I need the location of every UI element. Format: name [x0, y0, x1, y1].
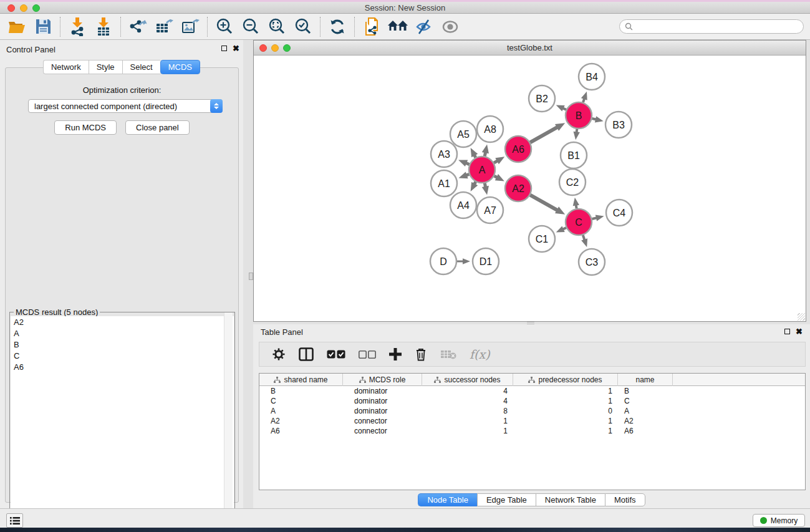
tab-network-table[interactable]: Network Table: [536, 493, 605, 506]
zoom-selected-icon[interactable]: [292, 16, 314, 37]
optimization-criterion-label: Optimization criterion:: [6, 85, 238, 95]
close-table-panel-icon[interactable]: ✖: [796, 328, 803, 335]
result-item[interactable]: A: [11, 327, 234, 339]
table-row[interactable]: A2connector11A2: [259, 416, 805, 426]
column-header[interactable]: name: [618, 374, 673, 386]
function-builder-icon[interactable]: f(x): [470, 347, 490, 361]
float-panel-icon[interactable]: [221, 46, 227, 51]
import-network-icon[interactable]: [67, 16, 88, 37]
refresh-icon[interactable]: [327, 16, 348, 37]
status-bar: Memory: [0, 508, 810, 528]
edge-arrowhead: [458, 160, 468, 167]
minimize-window-icon[interactable]: [20, 4, 27, 12]
result-item[interactable]: C: [11, 350, 234, 361]
window-title: Session: New Session: [0, 3, 810, 12]
save-session-icon[interactable]: [32, 16, 54, 37]
graphics-details-icon[interactable]: [413, 16, 435, 37]
main-toolbar: [0, 14, 810, 40]
column-header[interactable]: successor nodes: [422, 374, 513, 386]
close-panel-icon[interactable]: ✖: [233, 45, 239, 52]
delete-table-icon[interactable]: [440, 349, 456, 359]
column-header[interactable]: shared name: [259, 374, 343, 386]
delete-column-icon[interactable]: [415, 347, 427, 361]
zoom-window-icon[interactable]: [32, 4, 40, 12]
export-table-icon[interactable]: [153, 16, 175, 37]
table-cell: 4: [422, 396, 513, 406]
table-settings-gear-icon[interactable]: [272, 347, 286, 361]
tab-node-table[interactable]: Node Table: [418, 493, 477, 506]
clone-network-icon[interactable]: [361, 16, 382, 37]
network-view-window[interactable]: testGlobe.txt B4B2BB3A5A8A6A3B1AC2A1A2A4…: [253, 40, 806, 322]
node-label: D: [440, 256, 447, 267]
result-scrollbar[interactable]: [224, 312, 233, 522]
task-history-button[interactable]: [6, 513, 23, 528]
network-window-titlebar[interactable]: testGlobe.txt: [254, 41, 806, 56]
mcds-result-list: A2ABCA6: [11, 316, 234, 526]
table-cell: A: [259, 406, 343, 416]
open-session-icon[interactable]: [6, 16, 27, 37]
criterion-value: largest connected component (directed): [29, 102, 210, 111]
birds-eye-icon[interactable]: [440, 16, 461, 37]
graph-edge-A2-C[interactable]: [530, 195, 558, 211]
toolbar-separator: [207, 17, 208, 37]
export-image-icon[interactable]: [180, 16, 201, 37]
table-row[interactable]: Cdominator41C: [259, 396, 805, 406]
network-zoom-icon[interactable]: [283, 44, 291, 52]
traffic-lights: [7, 4, 40, 12]
search-input[interactable]: [636, 22, 792, 31]
table-row[interactable]: A6connector11A6: [259, 426, 805, 436]
tab-edge-table[interactable]: Edge Table: [477, 493, 536, 506]
node-label: B1: [567, 150, 580, 161]
dropdown-stepper-icon[interactable]: [210, 99, 223, 113]
splitter-grip[interactable]: [249, 273, 253, 280]
toolbar-separator: [320, 17, 321, 37]
tab-network[interactable]: Network: [43, 60, 89, 74]
column-namespace-icon: [528, 377, 535, 384]
node-label: A2: [512, 183, 524, 194]
graph-edge-A6-B[interactable]: [530, 127, 558, 142]
tab-motifs[interactable]: Motifs: [605, 493, 645, 506]
table-cell: B: [618, 386, 673, 396]
show-columns-icon[interactable]: [299, 347, 314, 361]
window-resize-grip[interactable]: [798, 313, 805, 321]
network-canvas[interactable]: B4B2BB3A5A8A6A3B1AC2A1A2A4A7C4CC1C3DD1: [254, 56, 806, 321]
run-mcds-button[interactable]: Run MCDS: [54, 120, 117, 135]
column-header[interactable]: predecessor nodes: [513, 374, 618, 386]
deselect-all-icon[interactable]: [359, 351, 376, 359]
edge-arrowhead: [482, 186, 489, 195]
table-panel: Table Panel ✖: [253, 324, 810, 508]
tab-select[interactable]: Select: [122, 60, 160, 74]
zoom-fit-icon[interactable]: [266, 16, 287, 37]
mcds-result-title: MCDS result (5 nodes): [14, 307, 100, 317]
select-all-icon[interactable]: [327, 350, 345, 359]
window-titlebar[interactable]: Session: New Session: [0, 2, 810, 14]
column-header[interactable]: MCDS role: [343, 374, 422, 386]
memory-button[interactable]: Memory: [753, 514, 805, 527]
float-table-panel-icon[interactable]: [784, 329, 790, 334]
node-table: shared nameMCDS rolesuccessor nodesprede…: [259, 373, 806, 490]
zoom-out-icon[interactable]: [240, 16, 261, 37]
zoom-in-icon[interactable]: [214, 16, 235, 37]
network-minimize-icon[interactable]: [271, 44, 279, 52]
network-close-icon[interactable]: [259, 44, 267, 52]
import-table-icon[interactable]: [93, 16, 114, 37]
criterion-dropdown[interactable]: largest connected component (directed): [28, 99, 223, 113]
result-item[interactable]: A6: [11, 361, 234, 372]
result-item[interactable]: A2: [11, 316, 234, 327]
control-panel-tabs: NetworkStyleSelectMCDS: [0, 60, 243, 74]
first-neighbors-icon[interactable]: [387, 16, 408, 37]
close-panel-button[interactable]: Close panel: [125, 120, 190, 135]
search-box[interactable]: [619, 19, 804, 34]
tab-mcds[interactable]: MCDS: [160, 60, 200, 74]
result-item[interactable]: B: [11, 339, 234, 350]
node-label: A6: [512, 144, 524, 155]
export-network-icon[interactable]: [127, 16, 148, 37]
edge-arrowhead: [581, 238, 587, 247]
toolbar-separator: [354, 17, 355, 37]
table-row[interactable]: Adominator80A: [259, 406, 805, 416]
edge-arrowhead: [459, 172, 468, 178]
table-row[interactable]: Bdominator41B: [259, 386, 805, 396]
tab-style[interactable]: Style: [89, 60, 122, 74]
close-window-icon[interactable]: [7, 4, 15, 12]
add-column-icon[interactable]: [389, 348, 402, 360]
